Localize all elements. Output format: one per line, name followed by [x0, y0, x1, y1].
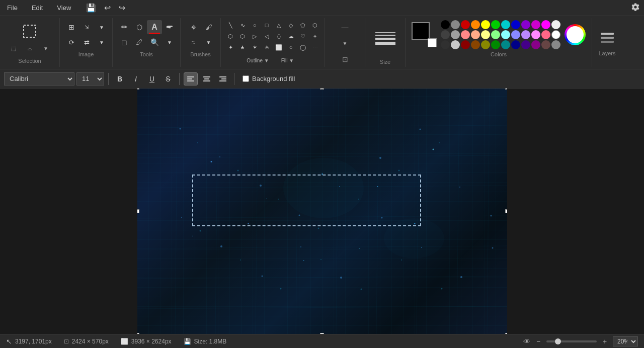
bold-button[interactable]: B — [113, 72, 127, 85]
swatch-indigo[interactable] — [521, 20, 530, 29]
callout-round-button[interactable]: ○ — [285, 42, 296, 52]
arrow-r-button[interactable]: ⬡ — [225, 31, 236, 41]
menu-file[interactable]: File — [4, 2, 21, 14]
diamond-button[interactable]: ◇ — [285, 20, 296, 30]
swatch-lime[interactable] — [491, 20, 500, 29]
hexagon-button[interactable]: ⬡ — [309, 20, 320, 30]
zoom-out-button[interactable]: − — [533, 336, 543, 346]
swatch-lightyellow[interactable] — [481, 30, 490, 39]
swatch-orange[interactable] — [471, 20, 480, 29]
handle-top-right[interactable] — [505, 89, 507, 90]
zoom-in-button[interactable]: + — [600, 336, 610, 346]
select-tool-button[interactable] — [20, 22, 39, 41]
swatch-darkgreen[interactable] — [491, 40, 500, 49]
swatch-darkred[interactable] — [461, 20, 470, 29]
pentagon-button[interactable]: ⬠ — [297, 20, 308, 30]
size-line-1[interactable] — [375, 32, 395, 33]
eraser-button[interactable]: ◻ — [117, 35, 132, 49]
zoom-slider[interactable] — [546, 340, 597, 342]
swatch-lightblue[interactable] — [511, 30, 520, 39]
strikethrough-button[interactable]: S — [161, 72, 175, 85]
swatch-darkcyan[interactable] — [501, 40, 510, 49]
crop-button[interactable]: ⊞ — [64, 20, 79, 34]
arrow-l-button[interactable]: ⬡ — [237, 31, 248, 41]
swatch-violet[interactable] — [531, 20, 540, 29]
star5-button[interactable]: ★ — [237, 42, 248, 52]
color-spectrum-button[interactable] — [565, 24, 586, 45]
flip-button[interactable]: ⇄ — [79, 35, 94, 49]
fill-style-button[interactable]: Fill ▼ — [274, 53, 301, 67]
image-dropdown-button[interactable]: ▼ — [94, 20, 109, 34]
swatch-extra2[interactable] — [551, 40, 560, 49]
brush-type-button[interactable]: 🖌 — [201, 20, 216, 34]
diagonal-line-button[interactable]: ╲ — [225, 20, 236, 30]
swatch-silver[interactable] — [451, 40, 460, 49]
select-all-button[interactable]: ⬚ — [6, 42, 21, 56]
handle-top-middle[interactable] — [320, 89, 324, 90]
swatch-midgray[interactable] — [451, 30, 460, 39]
size-line-3[interactable] — [375, 38, 395, 40]
swatch-lightgreen[interactable] — [491, 30, 500, 39]
select-freeform-button[interactable]: ⌓ — [22, 42, 37, 56]
save-icon[interactable]: 💾 — [86, 3, 96, 13]
swatch-white[interactable] — [551, 30, 560, 39]
swatch-darkpink[interactable] — [531, 40, 540, 49]
swatch-white-soft[interactable] — [551, 20, 560, 29]
tools-dropdown-button[interactable]: ▼ — [162, 35, 177, 49]
rounded-rect-button[interactable]: ⬯ — [273, 31, 284, 41]
handle-bottom-right[interactable] — [505, 333, 507, 334]
stamp-button[interactable]: 🖛 — [162, 20, 177, 34]
align-left-button[interactable] — [184, 72, 198, 85]
brush-opacity-button[interactable]: ≈ — [186, 35, 201, 49]
zoom-level-select[interactable]: 20% 25% 50% 100% — [613, 336, 638, 346]
swatch-peach[interactable] — [471, 30, 480, 39]
arrow-up-button[interactable]: ▷ — [249, 31, 260, 41]
swatch-charcoal[interactable] — [441, 30, 450, 39]
foreground-color[interactable] — [412, 22, 430, 40]
canvas-image[interactable] — [137, 89, 507, 334]
handle-middle-left[interactable] — [137, 209, 139, 213]
zoom-button[interactable]: 🔍 — [147, 35, 162, 49]
handle-top-left[interactable] — [137, 89, 139, 90]
swatch-olive[interactable] — [481, 40, 490, 49]
rect-button[interactable]: □ — [261, 20, 272, 30]
swatch-pink[interactable] — [541, 20, 550, 29]
font-family-select[interactable]: Calibri — [4, 72, 74, 85]
layers-button[interactable] — [598, 29, 616, 48]
size-line-4[interactable] — [375, 42, 395, 45]
colorpicker-button[interactable]: 🖊 — [132, 35, 147, 49]
swatch-rust[interactable] — [471, 40, 480, 49]
triangle-shape-button[interactable]: △ — [273, 20, 284, 30]
settings-icon[interactable] — [631, 3, 640, 13]
canvas-container[interactable] — [0, 89, 644, 334]
swatch-blue[interactable] — [511, 20, 520, 29]
heart-button[interactable]: ♡ — [297, 31, 308, 41]
size-line-2[interactable] — [375, 35, 395, 36]
brush-main-button[interactable]: ⌖ — [186, 20, 201, 34]
fill-bucket-button[interactable]: ⬡ — [132, 20, 147, 34]
swatch-salmon[interactable] — [541, 30, 550, 39]
swatch-brown[interactable] — [461, 40, 470, 49]
background-color[interactable] — [428, 38, 437, 47]
handle-middle-right[interactable] — [505, 209, 507, 213]
italic-button[interactable]: I — [129, 72, 143, 85]
flip-dropdown-button[interactable]: ▼ — [94, 35, 109, 49]
star4-button[interactable]: ✦ — [225, 42, 236, 52]
misc-tool1-button[interactable]: — — [338, 20, 353, 34]
menu-edit[interactable]: Edit — [29, 2, 46, 14]
underline-button[interactable]: U — [145, 72, 159, 85]
shapes-more-button[interactable]: ⋯ — [309, 42, 320, 52]
swatch-purple[interactable] — [521, 40, 530, 49]
swatch-navy[interactable] — [511, 40, 520, 49]
handle-bottom-middle[interactable] — [320, 333, 324, 334]
menu-view[interactable]: View — [54, 2, 74, 14]
resize-button[interactable]: ⇲ — [79, 20, 94, 34]
swatch-darkgray1[interactable] — [441, 40, 450, 49]
select-dropdown-button[interactable]: ▼ — [38, 42, 53, 56]
callout-rect-button[interactable]: ⬜ — [273, 42, 284, 52]
swatch-lightcyan[interactable] — [501, 30, 510, 39]
brushes-dropdown-button[interactable]: ▼ — [201, 35, 216, 49]
cloud-button[interactable]: ☁ — [285, 31, 296, 41]
oval-button[interactable]: ○ — [249, 20, 260, 30]
lightning-button[interactable]: ⌖ — [309, 31, 320, 41]
